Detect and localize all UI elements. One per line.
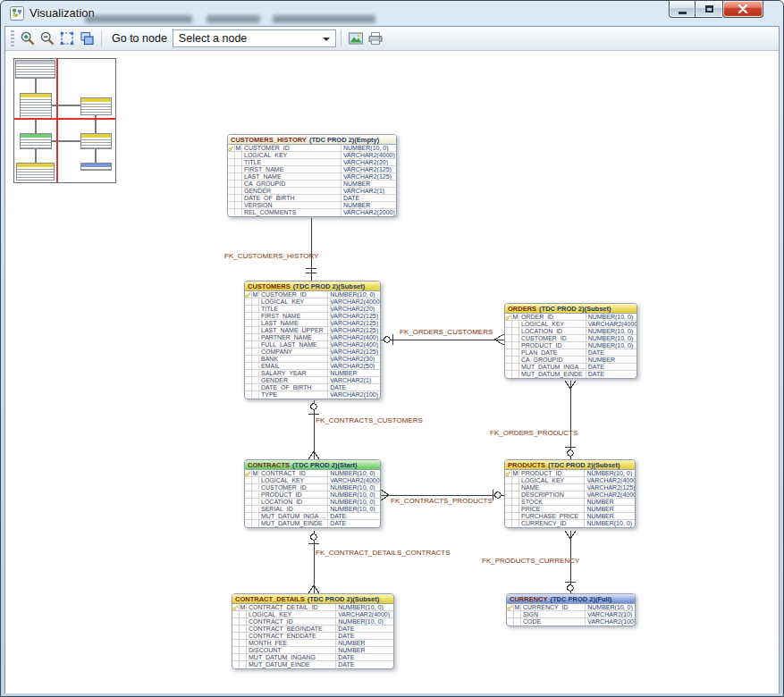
column-type: DATE	[335, 626, 393, 632]
column-name: LOGICAL_KEY	[519, 477, 584, 483]
table-row: M CONTRACT_DETAIL_ID NUMBER(10, 0)	[232, 604, 393, 611]
chevron-down-icon[interactable]	[323, 38, 330, 41]
column-name: LOCATION_ID	[259, 499, 327, 505]
primary-key-icon	[245, 291, 251, 298]
mandatory-cell	[252, 520, 259, 527]
mandatory-cell	[252, 363, 259, 369]
mandatory-cell: M	[252, 470, 259, 476]
key-cell	[232, 626, 240, 632]
table-row: GENDER VARCHAR2(1)	[245, 377, 380, 384]
column-type: VARCHAR2(4000)	[327, 477, 380, 483]
titlebar[interactable]: Visualization	[4, 1, 780, 26]
table-row: M CURRENCY_ID NUMBER(10, 0)	[507, 604, 635, 611]
table-currency[interactable]: CURRENCY(TDC PROD 2)(Full) M CURRENCY_ID…	[506, 593, 636, 626]
table-contract-details[interactable]: CONTRACT_DETAILS(TDC PROD 2)(Subset) M C…	[232, 593, 394, 669]
column-type: NUMBER(10, 0)	[327, 484, 380, 491]
diagram-canvas[interactable]: FK_CUSTOMERS_HISTORY FK_ORDERS_CUSTOMERS…	[5, 51, 779, 693]
minimize-button[interactable]	[669, 1, 695, 18]
table-customers-history[interactable]: CUSTOMERS_HISTORY(TDC PROD 2)(Empty) M C…	[227, 134, 397, 217]
primary-key-icon	[507, 604, 513, 610]
window-controls	[669, 1, 763, 21]
column-type: VARCHAR2(125)	[341, 173, 396, 180]
overlapping-windows-icon	[79, 30, 95, 46]
relation-label: FK_ORDERS_CUSTOMERS	[400, 328, 493, 336]
maximize-button[interactable]	[695, 1, 722, 18]
zoom-out-button[interactable]	[38, 29, 57, 48]
column-type: NUMBER	[335, 647, 393, 653]
table-contracts[interactable]: CONTRACTS(TDC PROD 2)(Start) M CONTRACT_…	[244, 459, 381, 528]
column-name: TITLE	[259, 306, 327, 312]
column-name: PLAN_DATE	[519, 349, 586, 356]
column-type: VARCHAR2(100)	[327, 391, 380, 399]
column-name: DESCRIPTION	[519, 491, 584, 498]
column-name: CUSTOMER_ID	[259, 484, 327, 491]
node-selector-combobox[interactable]: Select a node	[173, 29, 336, 47]
column-type: VARCHAR2(125)	[584, 484, 635, 491]
column-name: LOGICAL_KEY	[519, 321, 586, 327]
export-image-button[interactable]	[346, 29, 366, 48]
table-customers[interactable]: CUSTOMERS(TDC PROD 2)(Subset) M CUSTOMER…	[244, 281, 381, 399]
close-button[interactable]	[722, 1, 763, 18]
table-row: DESCRIPTION VARCHAR2(4000)	[505, 491, 635, 499]
mandatory-cell	[235, 181, 242, 187]
table-row: DISCOUNT NUMBER	[232, 647, 393, 654]
toolbar-separator	[341, 30, 341, 46]
mandatory-cell: M	[240, 604, 247, 610]
overview-windows-button[interactable]	[77, 29, 97, 48]
column-type: NUMBER	[341, 202, 396, 208]
toolbar-grip[interactable]	[11, 30, 14, 46]
column-type: VARCHAR2(4000)	[584, 491, 635, 498]
column-type: VARCHAR2(50)	[327, 363, 380, 369]
zoom-in-button[interactable]	[18, 29, 38, 48]
column-name: MUT_DATUM_INGA ...	[519, 364, 586, 370]
key-cell	[228, 188, 235, 194]
table-row: LAST_NAME VARCHAR2(125)	[245, 320, 380, 327]
mandatory-cell	[235, 166, 242, 172]
column-type: NUMBER	[335, 640, 393, 646]
mandatory-cell	[252, 391, 259, 399]
relation-label: FK_CUSTOMERS_HISTORY	[224, 252, 318, 260]
zoom-fit-icon	[59, 30, 75, 46]
table-row: LAST_NAME VARCHAR2(125)	[228, 173, 396, 181]
column-type: NUMBER(10, 0)	[335, 604, 393, 610]
mandatory-cell	[235, 202, 242, 208]
column-name: MUT_DATUM_EINDE	[259, 520, 327, 527]
key-cell	[232, 633, 240, 639]
column-name: STOCK	[519, 499, 584, 505]
mandatory-cell	[240, 661, 247, 668]
table-row: FIRST_NAME VARCHAR2(125)	[245, 313, 380, 320]
key-cell	[232, 640, 240, 646]
column-name: LAST_NAME_UPPER	[259, 327, 327, 333]
table-row: GENDER VARCHAR2(1)	[228, 188, 396, 195]
table-header: CUSTOMERS_HISTORY(TDC PROD 2)(Empty)	[228, 135, 396, 145]
key-cell	[245, 363, 252, 369]
visualization-app-icon	[10, 6, 24, 21]
column-type: VARCHAR2(4000)	[341, 152, 396, 158]
column-name: LAST_NAME	[242, 173, 341, 180]
mandatory-cell: M	[512, 470, 519, 476]
column-name: MUT_DATUM_EINDE	[247, 661, 335, 668]
key-cell	[228, 145, 235, 151]
column-name: ORDER_ID	[519, 314, 586, 320]
zoom-fit-button[interactable]	[57, 29, 77, 48]
mandatory-cell: M	[235, 145, 242, 151]
table-row: LOGICAL_KEY VARCHAR2(4000)	[232, 611, 393, 618]
mandatory-cell	[512, 357, 519, 363]
table-products[interactable]: PRODUCTS(TDC PROD 2)(Subset) M PRODUCT_I…	[504, 459, 636, 528]
table-row: CUSTOMER_ID NUMBER(10, 0)	[505, 335, 636, 342]
column-name: PRODUCT_ID	[519, 342, 586, 348]
table-row: NAME VARCHAR2(125)	[505, 484, 635, 491]
column-name: CONTRACT_ID	[247, 618, 335, 625]
table-row: DATE_OF_BIRTH DATE	[228, 195, 396, 202]
key-cell	[505, 470, 512, 476]
column-type: VARCHAR2(1)	[341, 188, 396, 194]
table-row: MONTH_FEE NUMBER	[232, 640, 393, 647]
table-row: CA_GROUPID NUMBER	[505, 357, 636, 364]
column-type: VARCHAR2(4000)	[584, 477, 635, 483]
print-button[interactable]	[366, 29, 385, 48]
table-orders[interactable]: ORDERS(TDC PROD 2)(Subset) M ORDER_ID NU…	[504, 303, 637, 379]
mandatory-cell	[252, 477, 259, 483]
column-type: NUMBER(10, 0)	[327, 499, 380, 505]
column-name: VERSION	[242, 202, 341, 208]
table-row: MUT_DATUM_INGANG DATE	[232, 654, 393, 661]
